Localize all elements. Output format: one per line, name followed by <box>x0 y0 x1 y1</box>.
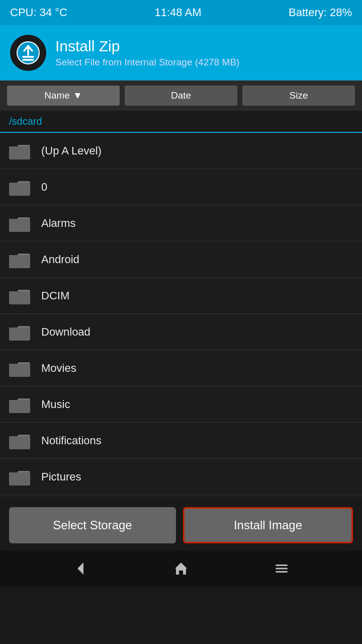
file-list[interactable]: (Up A Level) 0 Alarms Android DCIM Downl… <box>0 133 362 500</box>
file-name: Notifications <box>41 434 102 447</box>
list-item[interactable]: Alarms <box>0 205 362 242</box>
list-item[interactable]: Download <box>0 314 362 350</box>
list-item[interactable]: Pictures <box>0 459 362 495</box>
file-name: (Up A Level) <box>41 144 102 157</box>
list-item[interactable]: Movies <box>0 350 362 386</box>
svg-rect-27 <box>276 571 288 573</box>
chevron-down-icon: ▼ <box>73 90 82 101</box>
folder-icon <box>9 142 30 159</box>
file-name: Alarms <box>41 217 75 230</box>
svg-rect-10 <box>9 291 30 304</box>
svg-marker-23 <box>77 562 83 575</box>
folder-icon <box>9 360 30 377</box>
file-name: DCIM <box>41 289 69 302</box>
menu-button[interactable] <box>274 560 290 577</box>
nav-bar <box>0 550 362 587</box>
svg-rect-6 <box>9 219 30 232</box>
folder-icon <box>9 432 30 449</box>
svg-rect-18 <box>9 436 30 449</box>
time-status: 11:48 AM <box>155 6 202 19</box>
list-item[interactable]: Podcasts <box>0 495 362 500</box>
file-name: 0 <box>41 181 47 194</box>
file-name: Pictures <box>41 470 81 484</box>
header-title: Install Zip <box>55 38 239 55</box>
current-path: /sdcard <box>9 116 42 127</box>
header-text: Install Zip Select File from Internal St… <box>55 38 239 68</box>
svg-rect-25 <box>276 565 288 566</box>
folder-icon <box>9 215 30 232</box>
svg-rect-20 <box>9 472 30 486</box>
svg-rect-2 <box>9 146 30 159</box>
sort-name-button[interactable]: Name ▼ <box>7 86 120 106</box>
home-button[interactable] <box>173 560 189 577</box>
list-item[interactable]: Music <box>0 386 362 423</box>
header: Install Zip Select File from Internal St… <box>0 25 362 80</box>
select-storage-button[interactable]: Select Storage <box>9 507 176 543</box>
app-icon <box>10 35 46 71</box>
list-item[interactable]: (Up A Level) <box>0 133 362 169</box>
list-item[interactable]: DCIM <box>0 278 362 314</box>
svg-rect-4 <box>9 183 30 196</box>
path-bar: /sdcard <box>0 111 362 133</box>
file-name: Download <box>41 326 90 339</box>
file-name: Movies <box>41 362 76 375</box>
svg-rect-14 <box>9 364 30 377</box>
battery-status: Battery: 28% <box>289 6 352 19</box>
folder-icon <box>9 251 30 268</box>
list-item[interactable]: 0 <box>0 169 362 205</box>
folder-icon <box>9 287 30 304</box>
svg-rect-12 <box>9 328 30 341</box>
svg-marker-24 <box>175 562 187 575</box>
svg-rect-16 <box>9 400 30 413</box>
sort-size-button[interactable]: Size <box>242 86 355 106</box>
install-image-button[interactable]: Install Image <box>183 507 353 543</box>
header-subtitle: Select File from Internal Storage (4278 … <box>55 57 239 68</box>
svg-rect-26 <box>276 568 288 570</box>
folder-icon <box>9 468 30 486</box>
svg-rect-8 <box>9 255 30 268</box>
bottom-buttons: Select Storage Install Image <box>0 500 362 550</box>
cpu-status: CPU: 34 °C <box>10 6 67 19</box>
folder-icon <box>9 396 30 413</box>
list-item[interactable]: Notifications <box>0 423 362 459</box>
sort-date-button[interactable]: Date <box>125 86 237 106</box>
folder-icon <box>9 179 30 196</box>
back-button[interactable] <box>72 560 88 577</box>
file-name: Android <box>41 253 79 266</box>
folder-icon <box>9 324 30 341</box>
status-bar: CPU: 34 °C 11:48 AM Battery: 28% <box>0 0 362 25</box>
list-item[interactable]: Android <box>0 242 362 278</box>
file-name: Music <box>41 398 70 411</box>
sort-bar: Name ▼ Date Size <box>0 80 362 111</box>
